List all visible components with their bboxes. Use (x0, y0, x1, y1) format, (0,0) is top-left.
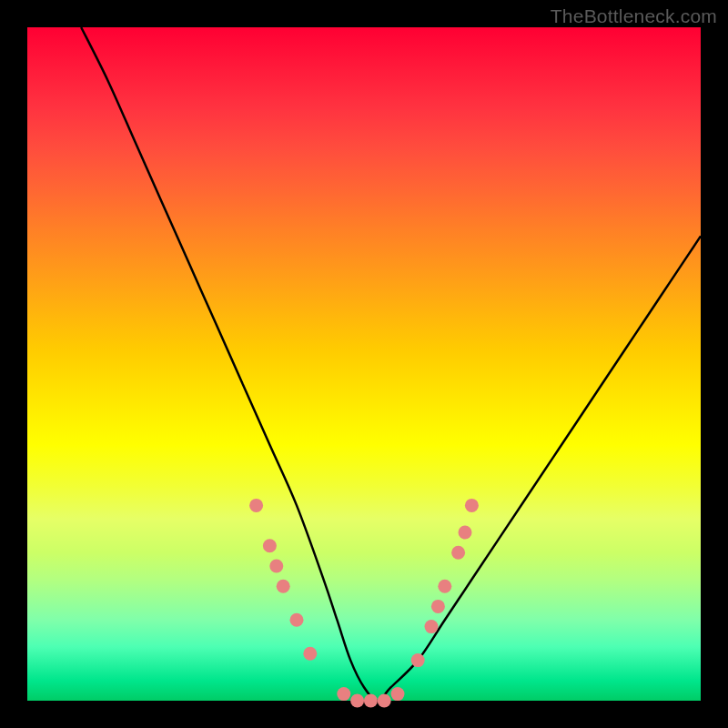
curve-marker (391, 687, 405, 701)
curve-marker (249, 499, 263, 512)
curve-marker (438, 580, 451, 593)
curve-marker (350, 694, 364, 708)
curve-marker (431, 600, 445, 613)
watermark-text: TheBottleneck.com (551, 5, 717, 27)
curve-marker (269, 560, 283, 573)
curve-marker (465, 499, 479, 512)
bottleneck-curve-path (81, 27, 701, 701)
plot-area (27, 27, 701, 701)
curve-marker (337, 687, 350, 701)
curve-marker (459, 526, 472, 540)
curve-marker (378, 694, 391, 708)
curve-marker (364, 694, 378, 708)
curve-marker (263, 539, 277, 552)
bottleneck-curve-svg (27, 27, 701, 701)
chart-frame: TheBottleneck.com (0, 0, 728, 728)
curve-marker (290, 613, 304, 627)
curve-marker (411, 653, 425, 667)
curve-marker (277, 580, 290, 593)
curve-marker (303, 647, 317, 661)
curve-marker (425, 620, 439, 633)
curve-markers (249, 499, 479, 708)
curve-marker (451, 546, 465, 560)
